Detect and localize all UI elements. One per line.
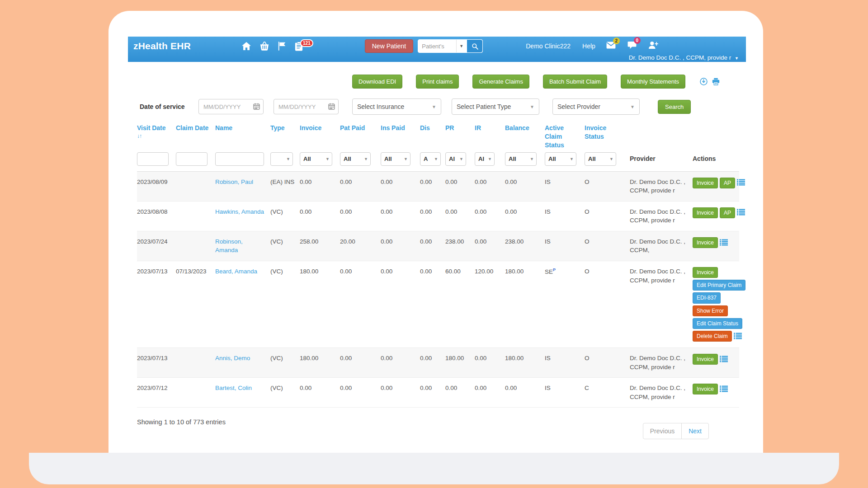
cell-invoice: 180.00: [300, 261, 340, 348]
table-row: 2023/07/1307/13/2023Beard, Amanda(VC)180…: [137, 261, 739, 348]
filter-select-acs[interactable]: All▼: [545, 152, 576, 166]
ap-button[interactable]: AP: [720, 178, 735, 188]
edi-837-button[interactable]: EDI-837: [693, 292, 721, 303]
patient-search-input[interactable]: [418, 40, 456, 52]
user-menu[interactable]: Dr. Demo Doc D.C. , CCPM, provide r ▼: [629, 54, 739, 61]
column-header-pr[interactable]: PR: [445, 121, 475, 150]
select-insurance-dropdown[interactable]: Select Insurance ▼: [352, 99, 441, 115]
monthly-statements-button[interactable]: Monthly Statements: [621, 75, 685, 89]
column-header-type[interactable]: Type: [270, 121, 300, 150]
column-header-invoice[interactable]: Invoice: [300, 121, 340, 150]
row-menu-icon[interactable]: [734, 333, 742, 342]
column-header-name[interactable]: Name: [215, 121, 270, 150]
invoice-button[interactable]: Invoice: [693, 354, 718, 365]
row-menu-icon[interactable]: [720, 239, 728, 249]
patient-search-button[interactable]: [466, 40, 482, 52]
patient-name-link[interactable]: Annis, Demo: [215, 355, 250, 361]
filter-select-balance[interactable]: All▼: [505, 152, 537, 166]
new-patient-button[interactable]: New Patient: [365, 39, 413, 53]
help-link[interactable]: Help: [582, 42, 595, 50]
filter-select-type[interactable]: ▼: [270, 152, 293, 166]
download-edi-button[interactable]: Download EDI: [352, 75, 402, 89]
chat-icon[interactable]: 0: [627, 41, 637, 51]
notification-count-badge[interactable]: 121: [300, 39, 313, 47]
column-header-claim_date[interactable]: Claim Date: [176, 121, 215, 150]
patient-search-dropdown-caret-icon[interactable]: ▼: [456, 40, 466, 52]
select-patient-type-dropdown[interactable]: Select Patient Type ▼: [452, 99, 539, 115]
cell-claim_date: [176, 348, 215, 378]
search-button[interactable]: Search: [658, 100, 691, 114]
print-claims-button[interactable]: Print claims: [416, 75, 459, 89]
filter-select-inv_status[interactable]: All▼: [585, 152, 616, 166]
invoice-button[interactable]: Invoice: [693, 384, 718, 394]
home-icon[interactable]: [241, 42, 251, 51]
previous-page-button[interactable]: Previous: [643, 423, 682, 439]
column-header-dis[interactable]: Dis: [420, 121, 445, 150]
chevron-down-icon: ▼: [609, 156, 613, 162]
batch-submit-claim-button[interactable]: Batch Submit Claim: [543, 75, 607, 89]
column-header-inv_status[interactable]: Invoice Status: [585, 121, 630, 150]
show-error-button[interactable]: Show Error: [693, 305, 728, 316]
delete-claim-button[interactable]: Delete Claim: [693, 331, 732, 342]
invoice-button[interactable]: Invoice: [693, 178, 718, 188]
chevron-down-icon: ▼: [459, 156, 463, 162]
cell-pr: 0.00: [445, 171, 475, 201]
cell-dis: 0.00: [420, 261, 445, 348]
invoice-button[interactable]: Invoice: [693, 237, 718, 248]
select-provider-dropdown[interactable]: Select Provider ▼: [552, 99, 640, 115]
column-header-ir[interactable]: IR: [475, 121, 505, 150]
patient-name-link[interactable]: Robinson, Amanda: [215, 238, 243, 254]
row-menu-icon[interactable]: [720, 385, 728, 395]
sort-icon[interactable]: ↓↑: [137, 132, 172, 140]
clinic-name[interactable]: Demo Clinic222: [526, 42, 571, 50]
column-header-acs[interactable]: Active Claim Status: [545, 121, 585, 150]
row-menu-icon[interactable]: [737, 179, 745, 188]
invoice-button[interactable]: Invoice: [693, 207, 718, 218]
column-header-pat_paid[interactable]: Pat Paid: [340, 121, 381, 150]
top-navigation-bar: zHealth EHR 121 New Patien: [128, 37, 746, 62]
column-header-ins_paid[interactable]: Ins Paid: [381, 121, 420, 150]
cell-dis: 0.00: [420, 201, 445, 231]
basket-icon[interactable]: [259, 42, 269, 51]
next-page-button[interactable]: Next: [682, 423, 708, 439]
filter-input-visit_date[interactable]: [137, 152, 169, 166]
filter-input-name[interactable]: [215, 152, 264, 166]
add-user-icon[interactable]: [648, 41, 658, 51]
flag-icon[interactable]: [278, 42, 287, 51]
column-header-visit_date[interactable]: Visit Date↓↑: [137, 121, 176, 150]
cell-inv_status: C: [585, 378, 630, 408]
row-actions: Invoice: [693, 354, 751, 365]
select-insurance-value: Select Insurance: [357, 103, 404, 110]
table-row: 2023/08/08Hawkins, Amanda(VC)0.000.000.0…: [137, 201, 739, 231]
search-icon: [472, 43, 478, 50]
patient-name-link[interactable]: Robison, Paul: [215, 178, 253, 185]
mail-badge: 2: [613, 38, 620, 44]
invoice-button[interactable]: Invoice: [693, 267, 718, 278]
filter-select-dis[interactable]: A▼: [420, 152, 441, 166]
row-menu-icon[interactable]: [737, 209, 745, 218]
row-actions: Invoice: [693, 384, 751, 394]
cell-actions: Invoice: [693, 378, 739, 408]
filter-input-claim_date[interactable]: [176, 152, 208, 166]
print-icon[interactable]: [712, 78, 720, 85]
cell-actions: Invoice: [693, 231, 739, 261]
patient-name-link[interactable]: Bartest, Colin: [215, 385, 252, 391]
patient-name-link[interactable]: Hawkins, Amanda: [215, 208, 264, 215]
edit-primary-claim-button[interactable]: Edit Primary Claim: [693, 280, 745, 291]
filter-select-pr[interactable]: Al▼: [445, 152, 466, 166]
filter-select-invoice[interactable]: All▼: [300, 152, 332, 166]
download-circle-icon[interactable]: [700, 78, 708, 85]
filter-select-pat_paid[interactable]: All▼: [340, 152, 371, 166]
row-menu-icon[interactable]: [720, 356, 728, 365]
filter-select-ir[interactable]: Al▼: [475, 152, 495, 166]
patient-name-link[interactable]: Beard, Amanda: [215, 268, 257, 275]
cell-invoice: 0.00: [300, 378, 340, 408]
ap-button[interactable]: AP: [720, 207, 735, 218]
filter-select-ins_paid[interactable]: All▼: [381, 152, 410, 166]
generate-claims-button[interactable]: Generate Claims: [472, 75, 529, 89]
column-header-balance[interactable]: Balance: [505, 121, 545, 150]
edit-claim-status-button[interactable]: Edit Claim Status: [693, 318, 742, 329]
mail-icon[interactable]: 2: [606, 42, 616, 51]
chevron-down-icon: ▼: [286, 156, 290, 162]
cell-ins_paid: 0.00: [381, 201, 420, 231]
